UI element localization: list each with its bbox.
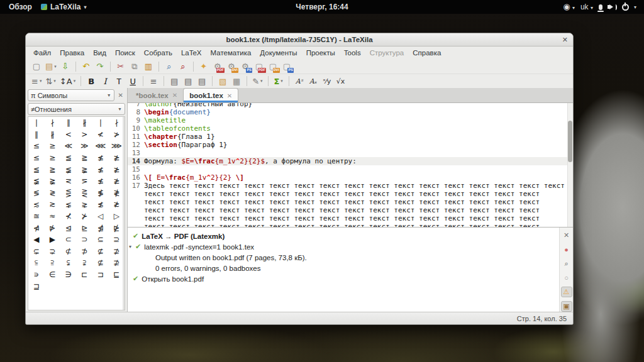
side-panel-close-button[interactable]: ✕ (116, 92, 125, 99)
view-pdf-button[interactable]: ▢PDF (253, 60, 265, 73)
menu-build[interactable]: Собрать (140, 48, 176, 58)
symbol-cell[interactable]: ≰ (92, 175, 109, 187)
show-badboxes-button[interactable]: ▣ (561, 301, 572, 312)
save-document-button[interactable]: ⇩ (59, 60, 72, 73)
accessibility-menu[interactable]: ◉ ▾ (563, 3, 575, 11)
symbol-cell[interactable]: ∣ (92, 117, 109, 129)
symbol-cell[interactable]: ⊃ (77, 234, 93, 246)
symbol-cell[interactable]: ≤ (28, 152, 45, 164)
menu-search[interactable]: Поиск (111, 48, 139, 58)
symbol-cell[interactable]: ⋬ (92, 222, 109, 234)
title-bar[interactable]: book1.tex (/tmp/latexila-7J5C1Y) - LaTeX… (26, 33, 573, 47)
cut-button[interactable]: ✂ (114, 60, 127, 73)
code-line[interactable]: 9\maketitle (128, 116, 573, 124)
menu-documents[interactable]: Документы (256, 48, 301, 58)
symbol-cell[interactable]: ≩ (77, 163, 93, 175)
code-line[interactable]: 8\begin{document} (128, 108, 573, 116)
symbol-cell[interactable]: ≥ (45, 152, 61, 164)
symbol-cell[interactable]: ∤ (45, 117, 61, 129)
symbol-cell[interactable]: ≨ (28, 175, 45, 187)
insert-table-button[interactable]: ▦ (230, 75, 243, 87)
tab-close-icon[interactable]: ✕ (172, 92, 177, 99)
symbol-cell[interactable]: ⊊ (28, 246, 45, 258)
code-line[interactable]: текст текст текст текст текст текст текс… (128, 222, 573, 227)
symbol-cell[interactable]: ≲ (28, 199, 45, 211)
symbol-cell[interactable]: ⊴ (60, 222, 77, 234)
symbol-cell[interactable]: ∦ (77, 117, 93, 129)
tab-close-icon[interactable]: ✕ (227, 92, 232, 99)
symbol-category-selector[interactable]: ≠Отношения ▼ (28, 103, 125, 115)
paste-button[interactable]: ▥ (142, 60, 155, 73)
code-line[interactable]: текст текст текст текст текст текст текс… (128, 190, 573, 198)
show-warnings-button[interactable]: ⚠ (561, 287, 572, 297)
symbol-cell[interactable]: ≸ (92, 187, 109, 199)
symbol-cell[interactable]: ⋚ (60, 187, 77, 199)
symbol-cell[interactable]: ⋧ (77, 199, 93, 211)
symbol-cell[interactable]: ∍ (28, 269, 45, 281)
clock[interactable]: Четверг, 16:44 (0, 3, 644, 11)
window-close-button[interactable]: ✕ (562, 36, 568, 44)
symbol-cell[interactable]: < (60, 129, 77, 141)
keyboard-layout-menu[interactable]: uk ▾ (580, 3, 593, 11)
symbol-cell[interactable]: ≫ (77, 140, 93, 152)
symbol-cell[interactable]: ⊂ (60, 234, 77, 246)
superscript-button[interactable]: Aˢ (293, 75, 306, 87)
close-build-panel-button[interactable]: ✕ (561, 230, 572, 241)
fraction-button[interactable]: ˣ⁄y (321, 75, 333, 87)
symbol-cell[interactable]: ≩ (45, 175, 61, 187)
list-itemize-button[interactable]: ▤ (168, 75, 180, 87)
menu-structure[interactable]: Структура (366, 48, 408, 58)
code-line[interactable]: 14Формула: $E=\frac{m_1v^2}{2}$, а форму… (128, 157, 573, 165)
symbol-cell[interactable]: ≤ (28, 140, 45, 152)
subscript-button[interactable]: Aₛ (307, 75, 319, 87)
typewriter-button[interactable]: T (113, 75, 125, 87)
symbol-cell[interactable]: ⋫ (45, 222, 61, 234)
code-line[interactable]: 15 (128, 165, 573, 173)
app-menu[interactable]: LaTeXila ▾ (41, 3, 86, 11)
code-line[interactable]: 12\section{Параграф 1} (128, 141, 573, 149)
tab-book1tex[interactable]: book1.tex✕ (183, 88, 238, 102)
editor-scrollbar-thumb[interactable] (568, 121, 572, 162)
symbol-cell[interactable]: > (77, 129, 93, 141)
symbol-cell[interactable]: ≥ (45, 140, 61, 152)
symbol-cell[interactable]: ⊋ (45, 246, 61, 258)
expander-icon[interactable]: ▾ (129, 244, 135, 250)
symbol-cell[interactable]: ◁ (92, 211, 109, 222)
symbol-cell[interactable]: ∣ (28, 117, 45, 129)
open-document-button[interactable]: ▤▾ (44, 60, 58, 73)
build-dvi-button[interactable]: ⚙DVI (225, 60, 238, 73)
stop-execution-button[interactable]: ● (561, 244, 572, 255)
undo-button[interactable]: ↶ (80, 60, 92, 73)
menu-edit[interactable]: Правка (56, 48, 88, 58)
redo-button[interactable]: ↷ (94, 60, 106, 73)
code-editor[interactable]: 7\author{Неизвестный автор}8\begin{docum… (128, 103, 573, 227)
symbol-cell[interactable]: ⊒ (28, 280, 45, 292)
code-line[interactable]: 16\[ E=\frac{m_1v^2}{2} \] (128, 173, 573, 182)
symbol-cell[interactable]: ⫅ (28, 257, 45, 269)
symbol-cell[interactable]: ≴ (92, 199, 109, 211)
math-environments-button[interactable]: Σ▾ (272, 75, 285, 87)
underline-button[interactable]: U (126, 75, 139, 87)
menu-latex[interactable]: LaTeX (177, 48, 206, 58)
code-line[interactable]: 13 (128, 149, 573, 157)
previous-build-button[interactable]: ○ (561, 273, 572, 283)
view-log-button[interactable]: ⌕ (561, 258, 572, 269)
references-button[interactable]: ⇅▾ (44, 75, 57, 87)
build-message-row[interactable]: ✔Открыть book1.pdf (128, 273, 559, 284)
view-dvi-button[interactable]: ▢DVI (267, 60, 279, 73)
symbol-cell[interactable]: ≮ (92, 129, 109, 141)
symbol-cell[interactable]: ≦ (60, 152, 77, 164)
symbol-cell[interactable]: ≨ (60, 163, 77, 175)
build-pdf-button[interactable]: ⚙PDF (211, 60, 224, 73)
symbol-cell[interactable]: ⋪ (28, 222, 45, 234)
symbol-cell[interactable]: ≰ (92, 152, 109, 164)
symbol-cell[interactable]: ▶ (45, 234, 61, 246)
editor-scrollbar[interactable] (567, 103, 573, 227)
symbol-cell[interactable]: ⊆ (92, 234, 109, 246)
symbol-cell[interactable]: ≧ (77, 152, 93, 164)
menu-projects[interactable]: Проекты (303, 48, 339, 58)
symbol-cell[interactable]: ⋦ (60, 199, 77, 211)
symbol-cell[interactable]: ∈ (45, 269, 61, 281)
symbol-cell[interactable]: ⋜ (60, 175, 77, 187)
symbol-cell[interactable]: ∋ (60, 269, 77, 281)
